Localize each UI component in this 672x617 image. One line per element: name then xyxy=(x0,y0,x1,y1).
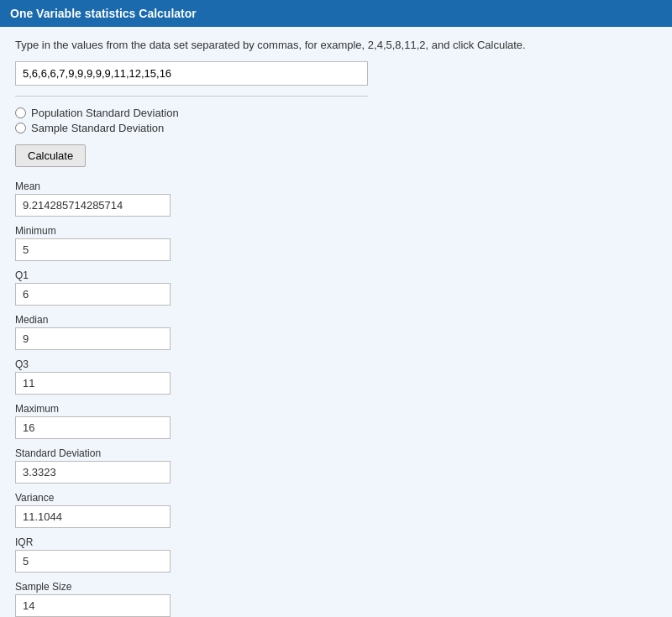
iqr-group: IQR xyxy=(15,536,657,573)
std-dev-group: Standard Deviation xyxy=(15,447,657,484)
mean-label: Mean xyxy=(15,180,657,192)
radio-group: Population Standard Deviation Sample Sta… xyxy=(15,107,657,134)
median-label: Median xyxy=(15,314,657,326)
main-container: Type in the values from the data set sep… xyxy=(0,27,672,617)
minimum-group: Minimum xyxy=(15,225,657,261)
population-std-label: Population Standard Deviation xyxy=(31,107,179,119)
mean-group: Mean xyxy=(15,180,657,217)
mean-value xyxy=(15,194,171,217)
std-dev-value xyxy=(15,461,171,484)
q1-value xyxy=(15,283,171,306)
calculate-button[interactable]: Calculate xyxy=(15,144,86,167)
maximum-value xyxy=(15,416,171,439)
divider xyxy=(15,96,368,97)
population-std-option[interactable]: Population Standard Deviation xyxy=(15,107,657,119)
median-value xyxy=(15,327,171,350)
minimum-label: Minimum xyxy=(15,225,657,237)
q1-label: Q1 xyxy=(15,269,657,281)
sample-std-option[interactable]: Sample Standard Deviation xyxy=(15,122,657,134)
maximum-group: Maximum xyxy=(15,403,657,439)
sample-std-label: Sample Standard Deviation xyxy=(31,122,164,134)
q3-label: Q3 xyxy=(15,358,657,370)
iqr-value xyxy=(15,550,171,573)
app-title: One Variable statistics Calculator xyxy=(10,7,197,20)
variance-value xyxy=(15,505,171,528)
q3-group: Q3 xyxy=(15,358,657,395)
sample-size-label: Sample Size xyxy=(15,581,657,593)
sample-std-radio[interactable] xyxy=(15,123,26,133)
variance-label: Variance xyxy=(15,492,657,504)
maximum-label: Maximum xyxy=(15,403,657,415)
title-bar: One Variable statistics Calculator xyxy=(0,0,672,27)
median-group: Median xyxy=(15,314,657,350)
q3-value xyxy=(15,372,171,395)
iqr-label: IQR xyxy=(15,536,657,548)
data-input[interactable] xyxy=(15,61,368,86)
q1-group: Q1 xyxy=(15,269,657,306)
std-dev-label: Standard Deviation xyxy=(15,447,657,459)
minimum-value xyxy=(15,238,171,261)
sample-size-value xyxy=(15,594,171,617)
sample-size-group: Sample Size xyxy=(15,581,657,617)
variance-group: Variance xyxy=(15,492,657,528)
population-std-radio[interactable] xyxy=(15,107,26,118)
instruction-text: Type in the values from the data set sep… xyxy=(15,39,657,51)
